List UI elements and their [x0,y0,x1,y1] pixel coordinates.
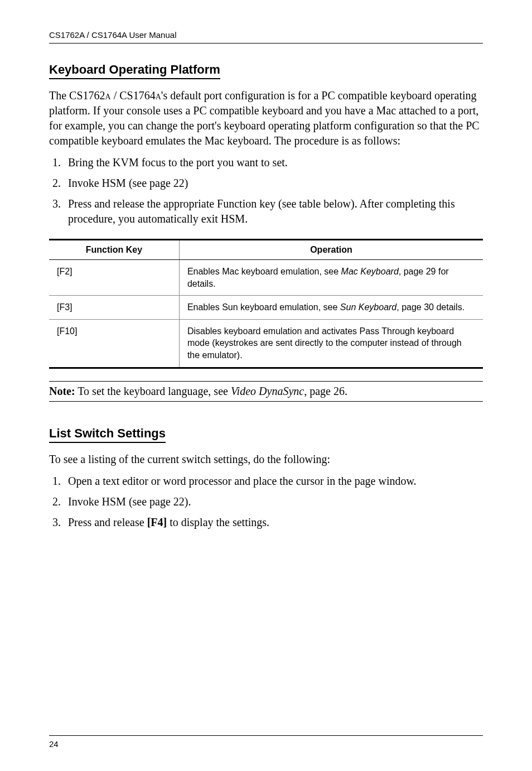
section-title: Keyboard Operating Platform [49,62,220,79]
running-head: CS1762A / CS1764A User Manual [49,30,483,44]
procedure-steps: Open a text editor or word processor and… [49,474,483,530]
cell-operation: Enables Mac keyboard emulation, see Mac … [179,260,483,296]
intro-paragraph: To see a listing of the current switch s… [49,452,483,467]
table-row: [F2] Enables Mac keyboard emulation, see… [49,260,483,296]
table-header-operation: Operation [179,240,483,260]
cell-operation: Disables keyboard emulation and activate… [179,319,483,368]
step-item: Open a text editor or word processor and… [64,474,483,489]
note-cross-reference: Video DynaSync [231,385,304,397]
page: CS1762A / CS1764A User Manual Keyboard O… [0,0,532,771]
section-list-switch-settings: List Switch Settings To see a listing of… [49,424,483,530]
section-title: List Switch Settings [49,426,166,443]
table-row: [F10] Disables keyboard emulation and ac… [49,319,483,368]
step-item: Invoke HSM (see page 22). [64,494,483,509]
step-item: Press and release [F4] to display the se… [64,515,483,530]
procedure-steps: Bring the KVM focus to the port you want… [49,155,483,227]
cell-function-key: [F3] [49,296,179,320]
table-row: [F3] Enables Sun keyboard emulation, see… [49,296,483,320]
intro-paragraph: The CS1762a / CS1764a's default port con… [49,88,483,148]
cell-function-key: [F10] [49,319,179,368]
note-block: Note: To set the keyboard language, see … [49,381,483,402]
section-keyboard-operating-platform: Keyboard Operating Platform The CS1762a … [49,60,483,402]
cell-operation: Enables Sun keyboard emulation, see Sun … [179,296,483,320]
note-text: To set the keyboard language, see [75,385,231,397]
step-item: Invoke HSM (see page 22) [64,176,483,191]
cell-function-key: [F2] [49,260,179,296]
page-footer: 24 [49,735,483,749]
step-item: Bring the KVM focus to the port you want… [64,155,483,170]
note-text-tail: , page 26. [304,385,347,397]
function-key-table: Function Key Operation [F2] Enables Mac … [49,239,483,369]
note-label: Note: [49,385,75,397]
page-number: 24 [49,739,59,749]
step-item: Press and release the appropriate Functi… [64,196,483,227]
table-header-function-key: Function Key [49,240,179,260]
